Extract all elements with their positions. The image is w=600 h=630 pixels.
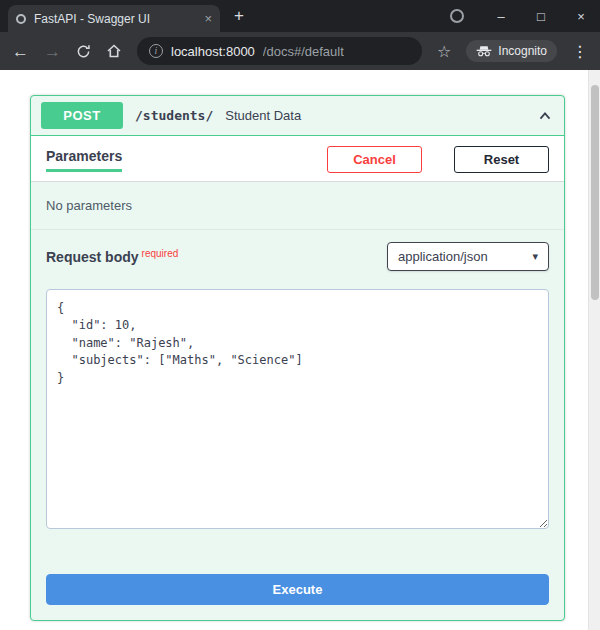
- execute-button[interactable]: Execute: [46, 574, 549, 605]
- address-bar[interactable]: i localhost:8000 /docs#/default: [137, 37, 422, 65]
- request-body-label-group: Request bodyrequired: [46, 248, 178, 266]
- cancel-button[interactable]: Cancel: [327, 146, 422, 173]
- bookmark-star-icon[interactable]: ☆: [437, 42, 451, 61]
- execute-wrapper: Execute: [31, 544, 564, 620]
- content-type-select[interactable]: application/json ▾: [387, 242, 549, 271]
- no-parameters-message: No parameters: [31, 182, 564, 230]
- window-controls: – □ ×: [450, 0, 588, 32]
- tab-parameters[interactable]: Parameters: [46, 148, 122, 172]
- incognito-badge: Incognito: [466, 40, 557, 62]
- site-info-icon[interactable]: i: [149, 44, 163, 58]
- tab-close-icon[interactable]: ×: [204, 11, 212, 26]
- titlebar: FastAPI - Swagger UI × + – □ ×: [0, 0, 600, 32]
- opblock-summary[interactable]: POST /students/ Student Data: [31, 96, 564, 136]
- incognito-icon: [476, 45, 492, 57]
- browser-toolbar: ← → i localhost:8000 /docs#/default ☆: [0, 32, 600, 70]
- home-icon[interactable]: [106, 43, 122, 59]
- refresh-icon[interactable]: [76, 44, 91, 59]
- browser-window: FastAPI - Swagger UI × + – □ × ← → i: [0, 0, 600, 630]
- content-type-value: application/json: [398, 249, 488, 264]
- request-body-row: Request bodyrequired application/json ▾: [31, 230, 564, 281]
- opblock-post-students: POST /students/ Student Data Parameters …: [30, 95, 565, 621]
- request-body-editor[interactable]: { "id": 10, "name": "Rajesh", "subjects"…: [46, 289, 549, 529]
- request-body-title: Request body: [46, 249, 139, 265]
- minimize-button[interactable]: –: [494, 9, 508, 24]
- method-badge: POST: [41, 102, 123, 129]
- endpoint-path: /students/: [135, 108, 213, 123]
- maximize-button[interactable]: □: [534, 9, 548, 24]
- close-window-button[interactable]: ×: [574, 9, 588, 24]
- endpoint-summary: Student Data: [225, 108, 301, 123]
- swagger-page: POST /students/ Student Data Parameters …: [0, 95, 600, 630]
- chevron-down-icon: ▾: [532, 250, 538, 263]
- page-scrollbar[interactable]: [588, 70, 600, 630]
- profile-icon[interactable]: [450, 9, 464, 23]
- browser-menu-icon[interactable]: ⋮: [572, 42, 588, 61]
- required-label: required: [142, 248, 179, 259]
- fastapi-favicon-icon: [16, 14, 26, 24]
- forward-icon[interactable]: →: [44, 43, 61, 60]
- try-out-buttons: Cancel Reset: [327, 146, 549, 173]
- incognito-label: Incognito: [498, 44, 547, 58]
- reset-button[interactable]: Reset: [454, 146, 549, 173]
- browser-tab[interactable]: FastAPI - Swagger UI ×: [8, 5, 220, 32]
- parameters-header: Parameters Cancel Reset: [31, 136, 564, 182]
- tab-title: FastAPI - Swagger UI: [34, 12, 196, 26]
- url-path: /docs#/default: [263, 44, 344, 59]
- body-editor-wrapper: { "id": 10, "name": "Rajesh", "subjects"…: [31, 281, 564, 544]
- scrollbar-thumb[interactable]: [591, 85, 599, 300]
- url-host: localhost:8000: [171, 44, 255, 59]
- new-tab-button[interactable]: +: [234, 6, 244, 26]
- back-icon[interactable]: ←: [12, 43, 29, 60]
- collapse-chevron-icon[interactable]: [536, 107, 554, 125]
